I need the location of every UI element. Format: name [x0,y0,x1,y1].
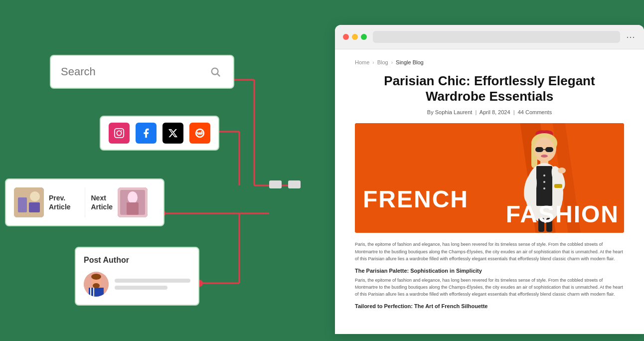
blog-subheading-1: The Parisian Palette: Sophistication in … [355,268,624,274]
svg-rect-16 [115,129,124,138]
blog-paragraph-2: Paris, the epitome of fashion and elegan… [355,277,624,298]
blog-content: Home › Blog › Single Blog Parisian Chic:… [335,49,644,334]
svg-rect-46 [535,147,543,152]
meta-author[interactable]: Sophia Laurent [435,109,473,115]
search-widget [50,55,234,89]
svg-point-49 [541,155,548,158]
svg-rect-47 [545,147,553,152]
browser-maximize-button[interactable] [361,34,367,40]
author-info [84,272,190,297]
svg-rect-54 [536,166,552,206]
hero-text-fashion: FASHION [506,200,619,228]
svg-point-18 [121,130,122,131]
blog-meta: By Sophia Laurent | April 8, 2024 | 44 C… [355,109,624,115]
svg-point-60 [558,168,566,173]
meta-by: By [427,109,434,115]
svg-point-37 [91,274,101,280]
svg-rect-25 [18,197,27,212]
browser-address-bar[interactable] [373,31,620,43]
next-article-label: Next Article [91,193,113,211]
blog-title: Parisian Chic: Effortlessly Elegant Ward… [355,73,624,104]
meta-date: April 8, 2024 [480,109,510,115]
hero-image: FRENCH FASHION [355,123,624,233]
svg-point-14 [212,68,218,75]
hero-text-french: FRENCH [363,185,469,213]
svg-rect-61 [554,184,562,188]
blog-subheading-2: Tailored to Perfection: The Art of Frenc… [355,303,624,309]
svg-line-15 [217,74,220,76]
svg-rect-31 [127,202,139,215]
x-twitter-icon[interactable] [162,123,183,144]
meta-comments[interactable]: 44 Comments [518,109,552,115]
author-bio-line [115,286,167,290]
articles-widget: Prev. Article Next Article [5,178,164,226]
svg-rect-26 [29,202,40,212]
browser-minimize-button[interactable] [352,34,358,40]
svg-point-38 [93,283,100,288]
facebook-icon[interactable] [136,123,157,144]
svg-point-21 [198,133,199,134]
svg-point-23 [201,131,202,133]
blog-paragraph-1: Paris, the epitome of fashion and elegan… [355,241,624,262]
browser-more-icon[interactable]: ⋯ [626,31,636,42]
svg-point-22 [201,133,201,134]
breadcrumb-sep-2: › [391,60,393,65]
prev-article-label: Prev. Article [49,193,71,211]
svg-point-27 [30,191,40,201]
author-avatar [84,272,109,297]
svg-point-55 [543,174,545,176]
svg-point-57 [543,187,545,189]
next-article-item[interactable]: Next Article [91,187,156,217]
article-divider [85,187,85,217]
social-widget [100,116,219,151]
prev-article-item[interactable]: Prev. Article [14,187,79,217]
browser-traffic-lights [343,34,367,40]
breadcrumb-home[interactable]: Home [355,59,369,65]
browser-window: ⋯ Home › Blog › Single Blog Parisian Chi… [335,25,644,334]
search-input[interactable] [61,65,200,78]
author-widget: Post Author [75,247,199,306]
prev-article-thumbnail [14,187,44,217]
browser-chrome: ⋯ [335,25,644,49]
reddit-icon[interactable] [189,123,210,144]
browser-close-button[interactable] [343,34,349,40]
next-article-thumbnail [118,187,148,217]
svg-point-30 [128,191,138,203]
left-panel: Prev. Article Next Article Post Author [0,0,329,341]
instagram-icon[interactable] [109,123,130,144]
svg-point-56 [543,181,545,183]
breadcrumb-current: Single Blog [396,59,424,65]
svg-rect-7 [288,180,301,188]
author-name-line [115,279,190,283]
breadcrumb-sep-1: › [372,60,374,65]
breadcrumb-blog[interactable]: Blog [377,59,388,65]
breadcrumb: Home › Blog › Single Blog [355,59,624,65]
svg-rect-6 [269,180,282,188]
author-text-lines [115,279,190,290]
author-widget-title: Post Author [84,256,190,265]
svg-point-17 [117,131,121,135]
search-icon [207,64,223,80]
